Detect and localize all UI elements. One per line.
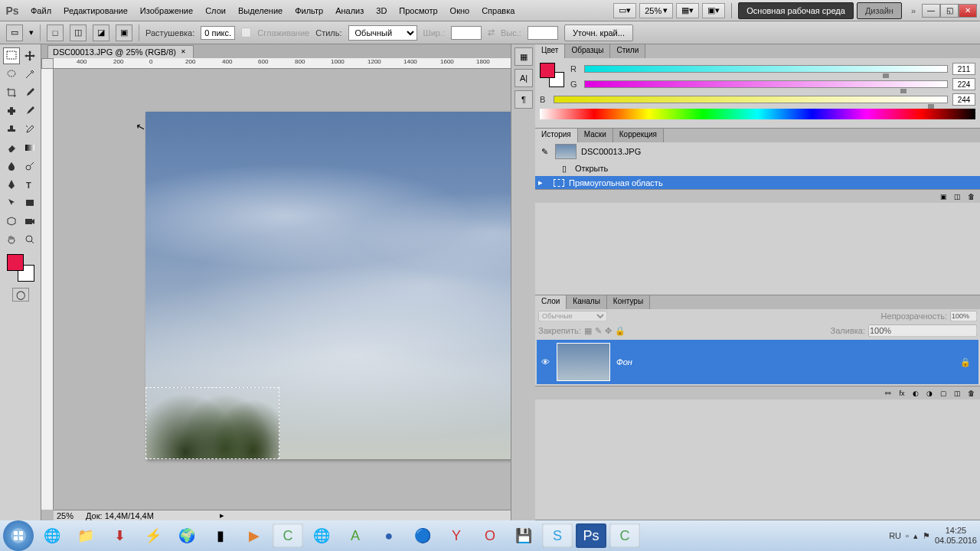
menu-view[interactable]: Просмотр xyxy=(393,3,443,18)
tray-flag-icon[interactable]: ▫ xyxy=(906,531,909,540)
task-media[interactable]: ▶ xyxy=(239,523,270,548)
tab-color[interactable]: Цвет xyxy=(535,44,565,58)
marquee-selection[interactable] xyxy=(145,387,279,459)
dock-swatches-icon[interactable]: ▦ xyxy=(514,47,533,66)
tray-arrow-icon[interactable]: ▴ xyxy=(913,531,918,541)
history-step-open[interactable]: ▯ Открыть xyxy=(535,161,980,176)
lasso-tool[interactable] xyxy=(3,66,20,83)
workspace-design-btn[interactable]: Дизайн xyxy=(857,2,902,19)
healing-tool[interactable] xyxy=(3,103,20,119)
crop-tool[interactable] xyxy=(3,84,20,101)
task-app3[interactable]: ▮ xyxy=(205,523,236,548)
tab-layers[interactable]: Слои xyxy=(535,295,567,309)
tray-action-icon[interactable]: ⚑ xyxy=(923,531,930,541)
feather-input[interactable] xyxy=(201,26,235,40)
tab-close-icon[interactable]: ✕ xyxy=(179,47,188,57)
selection-intersect-btn[interactable]: ▣ xyxy=(116,24,132,41)
selection-subtract-btn[interactable]: ◪ xyxy=(93,24,109,41)
tab-adjustments[interactable]: Коррекция xyxy=(613,129,664,142)
color-ramp[interactable] xyxy=(540,109,975,119)
task-app5[interactable]: ● xyxy=(374,523,404,548)
link-layers-btn[interactable]: ⚯ xyxy=(882,388,894,399)
history-brush-tool[interactable] xyxy=(21,121,38,138)
color-swatch[interactable] xyxy=(7,254,34,282)
layer-thumbnail[interactable] xyxy=(557,343,610,381)
zoom-level-dropdown[interactable]: 25% ▾ xyxy=(639,3,673,18)
tab-history[interactable]: История xyxy=(535,129,578,142)
blur-tool[interactable] xyxy=(3,158,20,174)
move-tool[interactable] xyxy=(21,47,38,64)
status-doc-size[interactable]: Док: 14,4M/14,4M xyxy=(86,511,154,520)
layer-group-btn[interactable]: ▢ xyxy=(937,388,949,399)
task-app4[interactable]: A xyxy=(340,523,371,548)
lock-all-icon[interactable]: 🔒 xyxy=(615,326,626,336)
hand-tool[interactable] xyxy=(3,231,20,248)
tab-paths[interactable]: Контуры xyxy=(607,295,650,309)
task-recorder[interactable]: C xyxy=(609,523,640,548)
lock-trans-icon[interactable]: ▦ xyxy=(584,326,592,336)
quickmask-btn[interactable]: ◯ xyxy=(12,288,29,302)
task-app2[interactable]: 🌍 xyxy=(172,523,202,548)
lock-paint-icon[interactable]: ✎ xyxy=(595,326,602,336)
menu-3d[interactable]: 3D xyxy=(370,3,393,18)
history-step-marquee[interactable]: ▸ Прямоугольная область xyxy=(535,176,980,189)
3d-tool[interactable] xyxy=(3,213,20,230)
history-snapshot-btn[interactable]: ▣ xyxy=(937,191,949,202)
eyedropper-tool[interactable] xyxy=(21,84,38,101)
task-browser1[interactable]: 🌐 xyxy=(306,523,337,548)
3d-camera-tool[interactable] xyxy=(21,213,38,230)
dock-character-icon[interactable]: A| xyxy=(514,69,533,87)
dodge-tool[interactable] xyxy=(21,158,38,174)
start-button[interactable] xyxy=(3,520,34,551)
layer-fx-btn[interactable]: fx xyxy=(896,388,908,399)
eraser-tool[interactable] xyxy=(3,139,20,156)
foreground-color[interactable] xyxy=(7,254,24,271)
maximize-btn[interactable]: ◱ xyxy=(940,4,959,18)
layer-visibility-icon[interactable]: 👁 xyxy=(540,357,550,367)
layer-mask-btn[interactable]: ◐ xyxy=(910,388,922,399)
shape-tool[interactable] xyxy=(21,194,38,211)
tab-swatches[interactable]: Образцы xyxy=(565,44,610,58)
tab-masks[interactable]: Маски xyxy=(578,129,613,142)
selection-add-btn[interactable]: ◫ xyxy=(70,24,87,41)
task-ie[interactable]: 🌐 xyxy=(37,523,67,548)
history-delete-btn[interactable]: 🗑 xyxy=(965,191,977,202)
zoom-tool[interactable] xyxy=(21,231,38,248)
task-photoshop[interactable]: Ps xyxy=(576,523,606,548)
menu-image[interactable]: Изображение xyxy=(134,3,199,18)
wand-tool[interactable] xyxy=(21,66,38,83)
document-tab[interactable]: DSC00013.JPG @ 25% (RGB/8) ✕ xyxy=(47,45,194,58)
ruler-origin[interactable] xyxy=(41,58,54,69)
gradient-tool[interactable] xyxy=(21,139,38,156)
delete-layer-btn[interactable]: 🗑 xyxy=(965,388,977,399)
tab-styles[interactable]: Стили xyxy=(610,44,645,58)
new-layer-btn[interactable]: ◫ xyxy=(951,388,963,399)
r-input[interactable] xyxy=(952,63,975,75)
task-opera[interactable]: O xyxy=(475,523,505,548)
task-yandex[interactable]: Y xyxy=(441,523,472,548)
b-input[interactable] xyxy=(952,93,975,106)
adjustment-layer-btn[interactable]: ◑ xyxy=(923,388,936,399)
history-snapshot[interactable]: ✎ DSC00013.JPG xyxy=(535,142,980,161)
brush-tool[interactable] xyxy=(21,103,38,119)
current-tool-icon[interactable]: ▭ xyxy=(6,24,23,41)
close-btn[interactable]: ✕ xyxy=(959,4,977,18)
layer-name[interactable]: Фон xyxy=(616,357,632,367)
tray-clock[interactable]: 14:25 04.05.2016 xyxy=(935,526,977,546)
minimize-btn[interactable]: — xyxy=(922,4,940,18)
b-slider[interactable] xyxy=(554,96,948,103)
stamp-tool[interactable] xyxy=(3,121,20,138)
status-arrow-icon[interactable]: ▸ xyxy=(220,510,224,520)
task-skype[interactable]: S xyxy=(542,523,573,548)
screen-mode-btn[interactable]: ▣▾ xyxy=(702,3,725,18)
workspace-main-btn[interactable]: Основная рабочая среда xyxy=(738,2,854,19)
path-select-tool[interactable] xyxy=(3,194,20,211)
type-tool[interactable]: T xyxy=(21,176,38,193)
canvas-viewport[interactable]: ↖ xyxy=(54,69,511,510)
lock-move-icon[interactable]: ✥ xyxy=(605,326,612,336)
pen-tool[interactable] xyxy=(3,176,20,193)
g-input[interactable] xyxy=(952,78,975,90)
task-chrome[interactable]: 🔵 xyxy=(407,523,438,548)
dock-paragraph-icon[interactable]: ¶ xyxy=(514,90,533,109)
menu-window[interactable]: Окно xyxy=(444,3,476,18)
